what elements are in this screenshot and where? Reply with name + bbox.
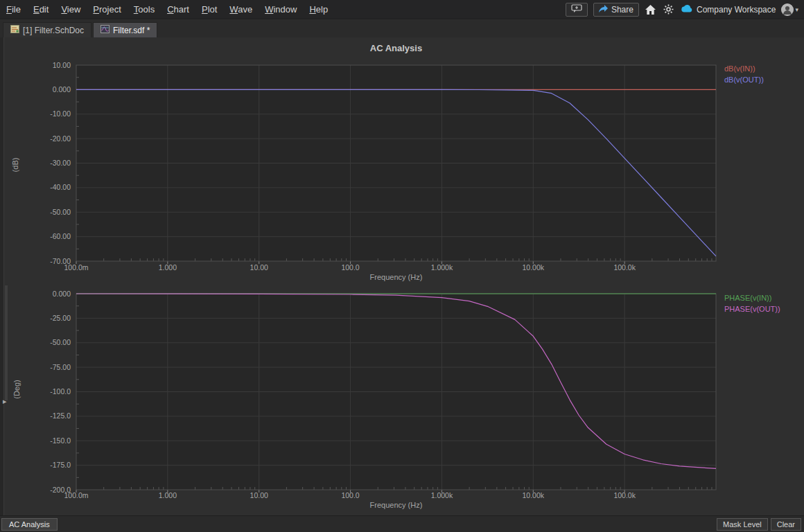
workspace-button[interactable]: Company Workspace [681, 4, 776, 15]
legend-entry: dB(v(OUT)) [724, 76, 764, 84]
sheet-tab-ac-analysis[interactable]: AC Analysis [1, 518, 58, 531]
x-tick-label: 100.0 [341, 491, 359, 499]
y-tick-label: -100.0 [50, 387, 71, 396]
x-tick-label: 1.000k [431, 263, 453, 272]
x-tick-label: 100.0 [341, 263, 359, 272]
y-tick-label: -25.00 [50, 314, 71, 322]
waveform-file-icon [101, 25, 110, 35]
x-tick-label: 10.00k [523, 491, 545, 499]
tab-label: [1] Filter.SchDoc [23, 26, 84, 35]
tab-label: Filter.sdf * [113, 26, 150, 35]
y-tick-label: -30.00 [50, 159, 71, 167]
y-tick-label: -175.0 [50, 461, 71, 469]
y-tick-label: -125.0 [50, 411, 71, 420]
menubar: File Edit View Project Tools Chart Plot … [0, 0, 804, 19]
y-tick-label: -150.0 [50, 436, 71, 445]
y-tick-label: -75.00 [50, 363, 71, 371]
charts-svg[interactable]: 10.000.000-10.00-20.00-30.00-40.00-50.00… [0, 37, 804, 515]
statusbar: AC Analysis Mask Level Clear [0, 515, 804, 532]
y-tick-label: 10.00 [53, 61, 71, 69]
share-label: Share [611, 5, 633, 15]
legend-entry: PHASE(v(OUT)) [724, 305, 780, 313]
x-tick-label: 100.0k [613, 491, 636, 499]
document-tabbar: [1] Filter.SchDoc Filter.sdf * [0, 20, 804, 37]
y-tick-label: -40.00 [50, 183, 71, 191]
add-comment-button[interactable] [566, 3, 588, 17]
application-window: File Edit View Project Tools Chart Plot … [0, 0, 804, 532]
x-tick-label: 1.000 [159, 263, 177, 272]
mask-level-button[interactable]: Mask Level [717, 518, 768, 531]
menu-edit[interactable]: Edit [27, 0, 55, 19]
chart-phase: 0.000-25.00-50.00-75.00-100.0-125.0-150.… [50, 290, 780, 510]
x-tick-label: 10.00 [250, 263, 268, 272]
user-avatar-icon [781, 3, 794, 16]
home-icon[interactable] [645, 3, 657, 17]
user-account-button[interactable]: ▾ [781, 3, 798, 16]
menu-view[interactable]: View [55, 0, 87, 19]
menu-wave[interactable]: Wave [223, 0, 259, 19]
cloud-icon [681, 4, 693, 15]
schdoc-file-icon [10, 25, 19, 35]
y-tick-label: -50.00 [50, 338, 71, 346]
x-tick-label: 100.0m [64, 263, 88, 272]
x-tick-label: 100.0k [613, 263, 636, 272]
x-tick-label: 10.00 [250, 491, 268, 499]
y-tick-label: -20.00 [50, 134, 71, 143]
menu-project[interactable]: Project [87, 0, 127, 19]
menubar-right-cluster: Share [566, 3, 804, 17]
waveform-workspace: ▸ AC Analysis (dB) (Deg) 10.000.000-10.0… [0, 37, 804, 515]
settings-gear-icon[interactable] [663, 3, 675, 17]
x-tick-label: 1.000k [431, 491, 453, 499]
share-arrow-icon [599, 5, 608, 15]
clear-button[interactable]: Clear [771, 518, 801, 531]
x-tick-label: 1.000 [159, 491, 177, 499]
workspace-label: Company Workspace [697, 5, 776, 15]
y-tick-label: 0.000 [53, 85, 71, 94]
menu-file[interactable]: File [0, 0, 27, 19]
y-tick-label: -10.00 [50, 109, 71, 118]
chart-magnitude: 10.000.000-10.00-20.00-30.00-40.00-50.00… [50, 61, 764, 282]
x-axis-title: Frequency (Hz) [370, 273, 423, 281]
statusbar-right: Mask Level Clear [717, 518, 804, 531]
x-tick-label: 100.0m [64, 491, 88, 499]
menu-tools[interactable]: Tools [128, 0, 161, 19]
x-axis-title: Frequency (Hz) [370, 501, 423, 509]
legend-entry: PHASE(v(IN)) [724, 294, 771, 302]
menu-plot[interactable]: Plot [195, 0, 223, 19]
legend-entry: dB(v(IN)) [724, 64, 755, 73]
x-tick-label: 10.00k [523, 263, 545, 272]
y-tick-label: -50.00 [50, 208, 71, 216]
menu-window[interactable]: Window [259, 0, 303, 19]
menu-help[interactable]: Help [303, 0, 334, 19]
y-tick-label: -60.00 [50, 232, 71, 240]
tab-filter-schdoc[interactable]: [1] Filter.SchDoc [3, 22, 91, 37]
tab-filter-sdf[interactable]: Filter.sdf * [93, 22, 157, 37]
share-button[interactable]: Share [593, 3, 639, 17]
comment-plus-icon [571, 4, 582, 15]
menu-chart[interactable]: Chart [161, 0, 195, 19]
y-tick-label: 0.000 [53, 290, 71, 298]
chevron-down-icon: ▾ [795, 6, 798, 13]
